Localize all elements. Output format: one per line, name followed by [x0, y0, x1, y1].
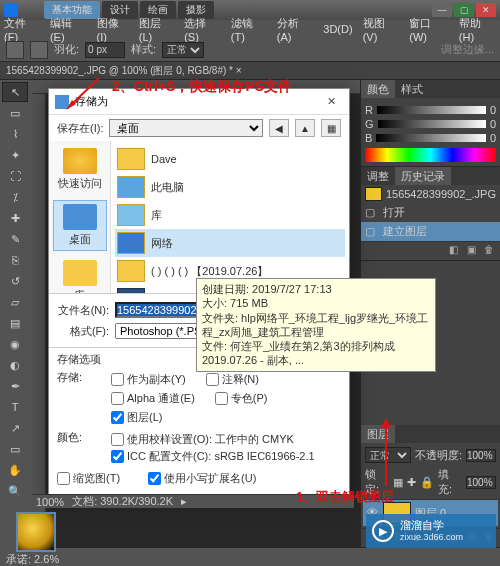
up-button-icon[interactable]: ▲ — [295, 119, 315, 137]
feather-input[interactable] — [85, 42, 125, 58]
watermark: ▶ 溜溜自学 zixue.3d66.com — [366, 514, 496, 548]
file-name: Dave — [151, 153, 177, 165]
b-slider[interactable] — [376, 134, 486, 142]
fill-input[interactable] — [466, 476, 496, 489]
eyedropper-tool-icon[interactable]: ⁒ — [2, 187, 28, 207]
marquee-tool-icon[interactable] — [6, 41, 24, 59]
history-step-layer[interactable]: ▢ 建立图层 — [361, 222, 500, 241]
sidebar-label: 桌面 — [69, 232, 91, 247]
file-item[interactable]: 此电脑 — [115, 173, 345, 201]
tooltip-line: 文件夹: hlp网络平_环境工程_ljg罗继光_环境工程_zx周旭_建筑工程管理 — [202, 311, 430, 340]
menu-file[interactable]: 文件(F) — [4, 16, 40, 43]
zoom-value[interactable]: 100% — [36, 496, 64, 508]
history-root[interactable]: 1565428399902_.JPG — [361, 185, 500, 203]
fill-label: 填充: — [438, 467, 462, 497]
stamp-tool-icon[interactable]: ⎘ — [2, 250, 28, 270]
icc-checkbox[interactable] — [111, 450, 124, 463]
menu-analysis[interactable]: 分析(A) — [277, 16, 314, 43]
file-item[interactable]: 网络 — [115, 229, 345, 257]
spot-checkbox[interactable] — [215, 392, 228, 405]
history-step-open[interactable]: ▢ 打开 — [361, 203, 500, 222]
file-item[interactable]: 库 — [115, 201, 345, 229]
refine-edge-button[interactable]: 调整边缘... — [441, 42, 494, 57]
tooltip-line: 创建日期: 2019/7/27 17:13 — [202, 282, 430, 296]
file-list[interactable]: Dave 此电脑 库 网络 ( ) ( ) ( ) 【2019.07.26】 1… — [111, 141, 349, 293]
gradient-tool-icon[interactable]: ▤ — [2, 313, 28, 333]
menu-filter[interactable]: 滤镜(T) — [231, 16, 267, 43]
new-doc-icon[interactable]: ▣ — [464, 244, 478, 258]
menu-3d[interactable]: 3D(D) — [323, 23, 352, 35]
copy-checkbox[interactable] — [111, 373, 124, 386]
layers-checkbox[interactable] — [111, 411, 124, 424]
menu-edit[interactable]: 编辑(E) — [50, 16, 87, 43]
menu-image[interactable]: 图像(I) — [97, 16, 129, 43]
path-tool-icon[interactable]: ↗ — [2, 418, 28, 438]
shape-tool-icon[interactable]: ▭ — [2, 439, 28, 459]
history-step-icon: ▢ — [365, 225, 379, 238]
sidebar-quick-access[interactable]: 快速访问 — [53, 145, 107, 194]
back-button-icon[interactable]: ◀ — [269, 119, 289, 137]
lowercase-checkbox[interactable] — [148, 472, 161, 485]
sidebar-libraries[interactable]: 库 — [53, 257, 107, 293]
history-brush-tool-icon[interactable]: ↺ — [2, 271, 28, 291]
thumbnail-image — [18, 514, 54, 550]
notes-checkbox[interactable] — [206, 373, 219, 386]
status-chevron-icon[interactable]: ▸ — [181, 495, 187, 508]
g-slider[interactable] — [378, 120, 486, 128]
alpha-checkbox[interactable] — [111, 392, 124, 405]
menu-view[interactable]: 视图(V) — [363, 16, 400, 43]
marquee-tool-icon[interactable]: ▭ — [2, 103, 28, 123]
dodge-tool-icon[interactable]: ◐ — [2, 355, 28, 375]
file-item[interactable]: Dave — [115, 145, 345, 173]
lasso-tool-icon[interactable]: ⌇ — [2, 124, 28, 144]
style-select[interactable]: 正常 — [162, 42, 204, 58]
tab-swatches[interactable]: 样式 — [395, 80, 429, 98]
hand-tool-icon[interactable]: ✋ — [2, 460, 28, 480]
type-tool-icon[interactable]: T — [2, 397, 28, 417]
zoom-tool-icon[interactable]: 🔍 — [2, 481, 28, 501]
g-label: G — [365, 118, 374, 130]
file-name: ( ) ( ) ( ) 【2019.07.26】 — [151, 264, 268, 279]
lock-all-icon[interactable]: 🔒 — [420, 476, 434, 489]
opacity-input[interactable] — [466, 449, 496, 462]
thumbnail-checkbox[interactable] — [57, 472, 70, 485]
proof-checkbox[interactable] — [111, 433, 124, 446]
trash-icon[interactable]: 🗑 — [482, 244, 496, 258]
tab-color[interactable]: 颜色 — [361, 80, 395, 98]
blur-tool-icon[interactable]: ◉ — [2, 334, 28, 354]
file-tooltip: 创建日期: 2019/7/27 17:13 大小: 715 MB 文件夹: hl… — [196, 278, 436, 372]
heal-tool-icon[interactable]: ✚ — [2, 208, 28, 228]
view-button-icon[interactable]: ▦ — [321, 119, 341, 137]
menu-window[interactable]: 窗口(W) — [409, 16, 449, 43]
tab-adjustments[interactable]: 调整 — [361, 167, 395, 185]
sidebar-desktop[interactable]: 桌面 — [53, 200, 107, 251]
menu-help[interactable]: 帮助(H) — [459, 16, 496, 43]
folder-icon — [117, 260, 145, 282]
lock-position-icon[interactable]: ✚ — [407, 476, 416, 489]
thumb-label: 缩览图(T) — [73, 471, 120, 486]
star-icon — [63, 148, 97, 174]
dialog-close-button[interactable]: ✕ — [319, 93, 343, 111]
history-layer-label: 建立图层 — [383, 224, 427, 239]
annotation-2: 1、双击解锁图层 — [296, 488, 394, 506]
crop-tool-icon[interactable]: ⛶ — [2, 166, 28, 186]
selection-mode-icon[interactable] — [30, 41, 48, 59]
eraser-tool-icon[interactable]: ▱ — [2, 292, 28, 312]
pen-tool-icon[interactable]: ✒ — [2, 376, 28, 396]
brush-tool-icon[interactable]: ✎ — [2, 229, 28, 249]
tab-history[interactable]: 历史记录 — [395, 167, 451, 185]
format-label: 格式(F): — [57, 324, 109, 339]
color-ramp[interactable] — [365, 148, 496, 162]
notes-label: 注释(N) — [222, 372, 259, 387]
tooltip-line: 大小: 715 MB — [202, 296, 430, 310]
wand-tool-icon[interactable]: ✦ — [2, 145, 28, 165]
bottom-thumbnail[interactable] — [16, 512, 56, 552]
snapshot-icon[interactable]: ◧ — [446, 244, 460, 258]
menu-layer[interactable]: 图层(L) — [139, 16, 174, 43]
file-name: 此电脑 — [151, 180, 184, 195]
r-slider[interactable] — [377, 106, 486, 114]
menu-bar: 文件(F) 编辑(E) 图像(I) 图层(L) 选择(S) 滤镜(T) 分析(A… — [0, 20, 500, 38]
save-in-select[interactable]: 桌面 — [109, 119, 263, 137]
move-tool-icon[interactable]: ↖ — [2, 82, 28, 102]
menu-select[interactable]: 选择(S) — [184, 16, 221, 43]
